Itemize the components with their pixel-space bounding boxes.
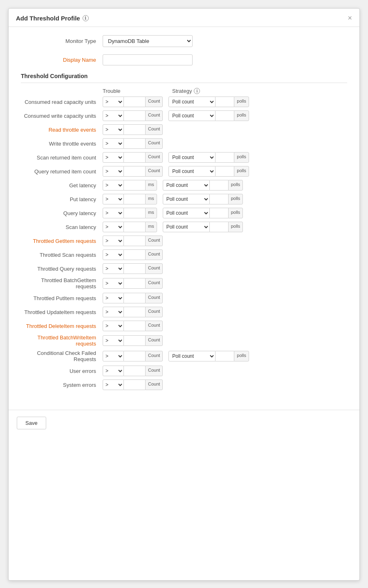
threshold-value-input[interactable] bbox=[124, 249, 145, 260]
threshold-value-input[interactable] bbox=[124, 138, 145, 149]
threshold-value-input[interactable] bbox=[124, 152, 145, 163]
strategy-select[interactable]: Poll countAll polls bbox=[163, 194, 210, 204]
poll-value-input[interactable] bbox=[210, 194, 228, 204]
threshold-value-input[interactable] bbox=[124, 124, 145, 135]
trouble-group: >>=<<==ms bbox=[103, 194, 157, 204]
row-label: Get latency bbox=[21, 182, 103, 189]
operator-select[interactable]: >>=<<== bbox=[103, 351, 124, 361]
strategy-select[interactable]: Poll countAll polls bbox=[168, 97, 215, 107]
threshold-value-input[interactable] bbox=[124, 194, 145, 204]
operator-select[interactable]: >>=<<== bbox=[103, 236, 124, 246]
threshold-row: Throttled DeleteItem requests>>=<<==Coun… bbox=[21, 321, 347, 331]
operator-select[interactable]: >>=<<== bbox=[103, 335, 124, 346]
operator-select[interactable]: >>=<<== bbox=[103, 208, 124, 218]
poll-value-input[interactable] bbox=[215, 97, 234, 107]
title-info-icon[interactable]: ℹ bbox=[83, 15, 89, 21]
threshold-value-input[interactable] bbox=[124, 236, 145, 246]
threshold-row: Throttled PutItem requests>>=<<==Count bbox=[21, 293, 347, 303]
threshold-value-input[interactable] bbox=[124, 166, 145, 177]
strategy-select[interactable]: Poll countAll polls bbox=[168, 152, 215, 163]
threshold-value-input[interactable] bbox=[124, 293, 145, 303]
close-button[interactable]: × bbox=[348, 14, 352, 22]
operator-select[interactable]: >>=<<== bbox=[103, 124, 124, 135]
poll-value-input[interactable] bbox=[210, 180, 228, 191]
polls-unit-label: polls bbox=[234, 110, 249, 121]
threshold-row: Throttled GetItem requests>>=<<==Count bbox=[21, 236, 347, 246]
trouble-group: >>=<<==Count bbox=[103, 351, 163, 361]
threshold-value-input[interactable] bbox=[124, 278, 145, 289]
monitor-type-select[interactable]: DynamoDB Table bbox=[103, 35, 193, 47]
operator-select[interactable]: >>=<<== bbox=[103, 194, 124, 204]
trouble-group: >>=<<==ms bbox=[103, 180, 157, 191]
unit-label: Count bbox=[145, 97, 163, 107]
row-label: Throttled GetItem requests bbox=[21, 238, 103, 244]
threshold-value-input[interactable] bbox=[124, 351, 145, 361]
strategy-info-icon[interactable]: ℹ bbox=[194, 88, 200, 94]
strategy-select[interactable]: Poll countAll polls bbox=[163, 208, 210, 218]
unit-label: ms bbox=[145, 180, 157, 191]
threshold-value-input[interactable] bbox=[124, 307, 145, 317]
operator-select[interactable]: >>=<<== bbox=[103, 110, 124, 121]
threshold-value-input[interactable] bbox=[124, 180, 145, 191]
trouble-group: >>=<<==Count bbox=[103, 307, 163, 317]
threshold-value-input[interactable] bbox=[124, 263, 145, 274]
operator-select[interactable]: >>=<<== bbox=[103, 166, 124, 177]
strategy-select[interactable]: Poll countAll polls bbox=[168, 166, 215, 177]
strategy-select[interactable]: Poll countAll polls bbox=[163, 180, 210, 191]
unit-label: Count bbox=[145, 351, 163, 361]
threshold-row: Throttled Scan requests>>=<<==Count bbox=[21, 249, 347, 260]
threshold-value-input[interactable] bbox=[124, 208, 145, 218]
threshold-value-input[interactable] bbox=[124, 321, 145, 331]
threshold-value-input[interactable] bbox=[124, 366, 145, 376]
operator-select[interactable]: >>=<<== bbox=[103, 222, 124, 232]
threshold-value-input[interactable] bbox=[124, 110, 145, 121]
strategy-select[interactable]: Poll countAll polls bbox=[168, 351, 215, 361]
operator-select[interactable]: >>=<<== bbox=[103, 180, 124, 191]
poll-value-input[interactable] bbox=[210, 222, 228, 232]
threshold-value-input[interactable] bbox=[124, 379, 145, 390]
threshold-row: Put latency>>=<<==msPoll countAll pollsp… bbox=[21, 194, 347, 204]
operator-select[interactable]: >>=<<== bbox=[103, 152, 124, 163]
operator-select[interactable]: >>=<<== bbox=[103, 321, 124, 331]
trouble-group: >>=<<==Count bbox=[103, 124, 163, 135]
polls-unit-label: polls bbox=[228, 208, 243, 218]
trouble-group: >>=<<==Count bbox=[103, 249, 163, 260]
unit-label: ms bbox=[145, 194, 157, 204]
operator-select[interactable]: >>=<<== bbox=[103, 307, 124, 317]
save-button[interactable]: Save bbox=[17, 417, 46, 429]
monitor-type-label: Monitor Type bbox=[21, 38, 103, 44]
row-label: Consumed read capacity units bbox=[21, 99, 103, 105]
operator-select[interactable]: >>=<<== bbox=[103, 278, 124, 289]
polls-unit-label: polls bbox=[234, 152, 249, 163]
display-name-row: Display Name bbox=[21, 54, 347, 65]
unit-label: Count bbox=[145, 321, 163, 331]
poll-value-input[interactable] bbox=[215, 166, 234, 177]
poll-value-input[interactable] bbox=[210, 208, 228, 218]
unit-label: Count bbox=[145, 166, 163, 177]
unit-label: Count bbox=[145, 124, 163, 135]
row-label: Throttled UpdateItem requests bbox=[21, 309, 103, 315]
poll-value-input[interactable] bbox=[215, 351, 234, 361]
threshold-value-input[interactable] bbox=[124, 222, 145, 232]
poll-value-input[interactable] bbox=[215, 152, 234, 163]
unit-label: Count bbox=[145, 263, 163, 274]
operator-select[interactable]: >>=<<== bbox=[103, 293, 124, 303]
threshold-row: Scan latency>>=<<==msPoll countAll polls… bbox=[21, 222, 347, 232]
operator-select[interactable]: >>=<<== bbox=[103, 379, 124, 390]
row-label: Throttled PutItem requests bbox=[21, 295, 103, 301]
poll-value-input[interactable] bbox=[215, 110, 234, 121]
trouble-group: >>=<<==Count bbox=[103, 335, 163, 346]
strategy-select[interactable]: Poll countAll polls bbox=[163, 222, 210, 232]
operator-select[interactable]: >>=<<== bbox=[103, 263, 124, 274]
strategy-select[interactable]: Poll countAll polls bbox=[168, 110, 215, 121]
operator-select[interactable]: >>=<<== bbox=[103, 138, 124, 149]
operator-select[interactable]: >>=<<== bbox=[103, 366, 124, 376]
threshold-value-input[interactable] bbox=[124, 97, 145, 107]
unit-label: ms bbox=[145, 208, 157, 218]
strategy-group: Poll countAll pollspolls bbox=[168, 110, 249, 121]
operator-select[interactable]: >>=<<== bbox=[103, 249, 124, 260]
threshold-row: Read throttle events>>=<<==Count bbox=[21, 124, 347, 135]
operator-select[interactable]: >>=<<== bbox=[103, 97, 124, 107]
threshold-value-input[interactable] bbox=[124, 335, 145, 346]
display-name-input[interactable] bbox=[103, 54, 193, 65]
